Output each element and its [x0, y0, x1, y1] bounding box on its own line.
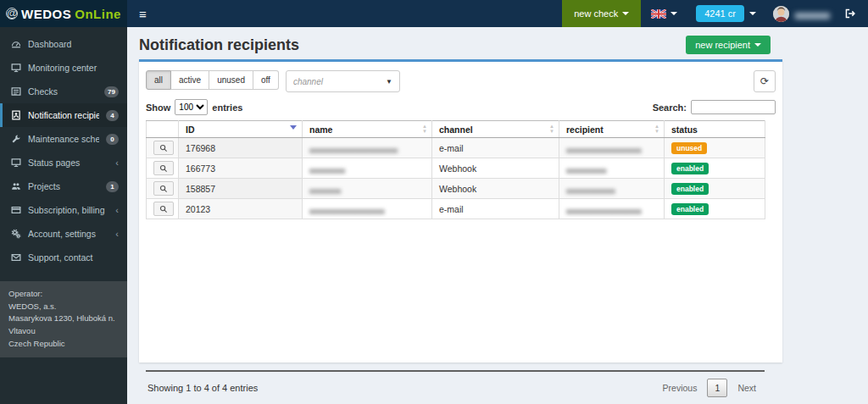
status-badge: enabled [671, 163, 709, 174]
count-badge: 4 [106, 110, 119, 121]
view-recipient-button[interactable] [153, 181, 174, 196]
users-icon [10, 181, 21, 191]
view-recipient-button[interactable] [153, 161, 174, 175]
magnifier-icon [159, 185, 168, 193]
cell-channel: Webhook [432, 179, 559, 199]
cell-channel: e-mail [432, 138, 559, 158]
sidebar-item-support-contact[interactable]: Support, contact [0, 246, 127, 269]
credits-button[interactable]: 4241 cr [696, 5, 744, 22]
sort-icon: ▲▼ [422, 124, 427, 134]
sidebar-item-dashboard[interactable]: Dashboard [0, 32, 127, 56]
new-recipient-button[interactable]: new recipient [686, 36, 771, 54]
new-check-label: new check [574, 8, 618, 19]
chevron-down-icon [754, 43, 761, 47]
sidebar-item-label: Checks [28, 86, 97, 97]
cell-id: 158857 [179, 179, 303, 199]
sidebar-item-status-pages[interactable]: Status pages‹ [0, 151, 127, 174]
sidebar-item-label: Projects [28, 181, 99, 191]
masked-name: ▅▅▅▅▅▅▅▅▅▅▅▅▅▅▅▅▅▅▅▅ [309, 146, 397, 153]
channel-filter-select[interactable]: channel ▼ [286, 70, 400, 92]
status-filter-group: allactiveunusedoff [146, 70, 279, 90]
table-row: 176968▅▅▅▅▅▅▅▅▅▅▅▅▅▅▅▅▅▅▅▅e-mail▅▅▅▅▅▅▅▅… [147, 138, 765, 158]
chevron-down-icon [670, 12, 677, 15]
filter-button-off[interactable]: off [253, 70, 279, 90]
sidebar-item-notification-recipients[interactable]: Notification recipients4 [0, 103, 127, 127]
cell-recipient: ▅▅▅▅▅▅▅▅▅▅▅ [559, 179, 665, 199]
sidebar-item-monitoring-center[interactable]: Monitoring center [0, 56, 127, 80]
search-input[interactable] [691, 100, 776, 114]
sidebar-item-maintenance-schedule[interactable]: Maintenance schedule0 [0, 127, 127, 151]
cell-recipient: ▅▅▅▅▅▅▅▅▅▅▅▅▅▅▅▅▅ [559, 199, 665, 219]
language-selector[interactable] [641, 0, 687, 27]
chevron-left-icon: ‹ [115, 229, 119, 239]
avatar [773, 6, 789, 22]
new-check-button[interactable]: new check [562, 0, 641, 27]
table-empty-space [146, 219, 776, 370]
column-header-status[interactable]: status [665, 121, 765, 138]
column-header-id[interactable]: ID [179, 121, 303, 138]
credits-menu[interactable]: 4241 cr [687, 0, 765, 27]
previous-page-button[interactable]: Previous [656, 379, 704, 396]
topbar: @ WEDOS OnLine ≡ new check 4241 cr [0, 0, 868, 27]
operator-line: WEDOS, a.s. [8, 301, 119, 313]
column-header-actions [147, 121, 179, 138]
view-recipient-button[interactable] [153, 141, 174, 155]
operator-line: Czech Republic [8, 338, 119, 351]
app-logo[interactable]: @ WEDOS OnLine [0, 0, 127, 27]
operator-title: Operator: [8, 288, 119, 301]
channel-placeholder: channel [293, 77, 323, 86]
view-recipient-button[interactable] [153, 202, 174, 216]
user-menu[interactable]: ▅▅▅▅▅▅ [765, 0, 837, 27]
cell-status: enabled [665, 199, 765, 219]
sidebar-item-label: Support, contact [28, 252, 119, 263]
status-pages-icon [10, 158, 21, 168]
logout-button[interactable] [837, 0, 868, 27]
envelope-icon [10, 252, 21, 263]
cell-id: 166773 [179, 158, 303, 179]
topbar-spacer [159, 0, 562, 27]
monitor-icon [10, 63, 21, 73]
brand-online: OnLine [75, 7, 121, 21]
page-number-button[interactable]: 1 [707, 379, 727, 397]
filter-button-unused[interactable]: unused [209, 70, 253, 90]
sidebar-item-label: Account, settings [28, 229, 108, 239]
sidebar-toggle-icon[interactable]: ≡ [127, 0, 159, 27]
sidebar-item-subscription-billing[interactable]: Subscription, billing‹ [0, 198, 127, 222]
pagination: Previous 1 Next [656, 379, 763, 397]
masked-name: ▅▅▅▅▅▅▅▅ [309, 166, 344, 174]
filter-button-active[interactable]: active [171, 70, 209, 90]
sidebar-item-projects[interactable]: Projects1 [0, 174, 127, 198]
checks-icon [10, 86, 21, 97]
sidebar-item-checks[interactable]: Checks79 [0, 80, 127, 103]
sidebar: DashboardMonitoring centerChecks79Notifi… [0, 27, 127, 404]
table-scrollbar[interactable] [765, 120, 776, 219]
count-badge: 79 [104, 86, 119, 97]
column-header-name[interactable]: name▲▼ [303, 121, 432, 138]
next-page-button[interactable]: Next [731, 379, 763, 396]
cell-id: 20123 [179, 199, 303, 219]
sidebar-item-label: Notification recipients [28, 110, 99, 120]
sidebar-item-label: Status pages [28, 158, 108, 168]
entries-label: entries [212, 102, 242, 113]
table-info: Showing 1 to 4 of 4 entries [147, 383, 258, 393]
show-label: Show [146, 102, 170, 113]
magnifier-icon [159, 144, 168, 152]
sidebar-item-account-settings[interactable]: Account, settings‹ [0, 222, 127, 246]
new-recipient-label: new recipient [695, 40, 750, 50]
refresh-icon: ⟳ [760, 75, 769, 87]
wedos-logo-icon: @ [6, 8, 18, 19]
wrench-icon [10, 134, 21, 144]
chevron-left-icon: ‹ [115, 205, 119, 215]
cell-status: unused [665, 138, 765, 158]
sort-desc-icon [290, 125, 297, 130]
filter-button-all[interactable]: all [146, 70, 171, 90]
page-length-select[interactable]: 100 [175, 99, 208, 115]
masked-recipient: ▅▅▅▅▅▅▅▅▅▅▅▅▅▅▅▅▅ [566, 207, 641, 214]
count-badge: 0 [106, 134, 119, 145]
refresh-button[interactable]: ⟳ [754, 70, 776, 92]
column-header-channel[interactable]: channel▲▼ [432, 121, 559, 138]
table-row: 20123▅▅▅▅▅▅▅▅▅▅▅▅▅▅▅▅▅e-mail▅▅▅▅▅▅▅▅▅▅▅▅… [147, 199, 765, 219]
sidebar-item-label: Monitoring center [28, 63, 119, 73]
sort-icon: ▲▼ [549, 124, 554, 134]
column-header-recipient[interactable]: recipient▲▼ [559, 121, 665, 138]
